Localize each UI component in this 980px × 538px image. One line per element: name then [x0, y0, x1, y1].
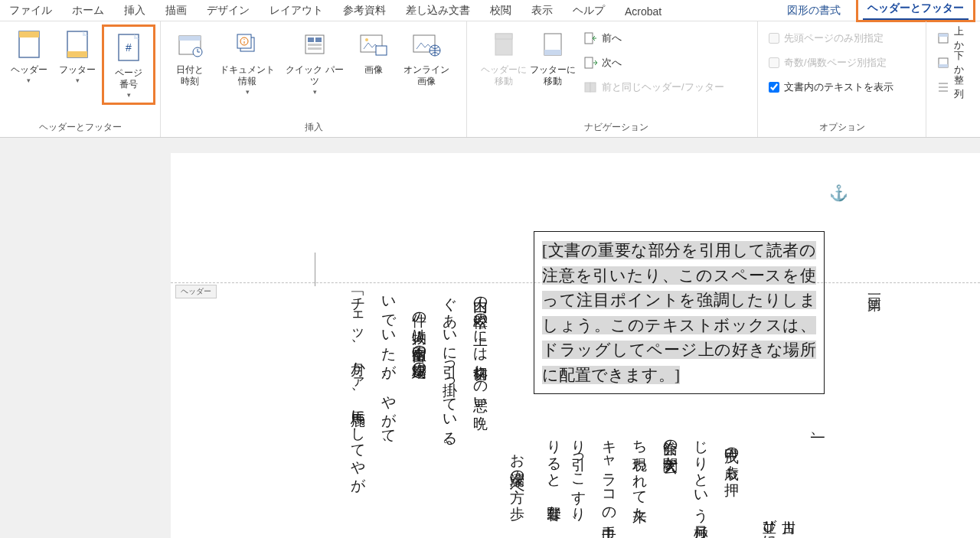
footer-bottom-icon [937, 56, 949, 70]
online-pictures-icon [411, 28, 442, 61]
option-different-first-page[interactable]: 先頭ページのみ別指定 [769, 28, 893, 49]
tab-layout[interactable]: レイアウト [265, 1, 328, 21]
body-col-10: りると、野暮な [544, 430, 564, 512]
document-info-button[interactable]: ドキュメント 情報 ▾ [214, 24, 280, 99]
chevron-down-icon: ▾ [127, 91, 131, 99]
footer-button[interactable]: フッター ▾ [54, 24, 103, 87]
ribbon-tabs: ファイル ホーム 挿入 描画 デザイン レイアウト 参考資料 差し込み文書 校閲… [0, 0, 980, 21]
tab-review[interactable]: 校閲 [485, 1, 516, 21]
goto-header-button: ヘッダーに 移動 [479, 24, 528, 90]
tab-shape-format[interactable]: 図形の書式 [782, 1, 845, 21]
tab-help[interactable]: ヘルプ [568, 1, 609, 21]
chevron-down-icon: ▾ [27, 77, 31, 84]
tab-references[interactable]: 参考資料 [338, 1, 390, 21]
show-text-label: 文書内のテキストを表示 [784, 80, 893, 94]
body-col-16: 「チェッ、月かァ、馬鹿にしてやが [348, 287, 368, 484]
svg-rect-25 [544, 50, 561, 55]
align-tab-label: 整列 [954, 73, 969, 101]
insert-alignment-tab-button[interactable]: 整列 [937, 77, 969, 98]
tab-home[interactable]: ホーム [67, 1, 109, 21]
group-position: 上か 下か 整列 [926, 21, 980, 137]
calendar-icon [175, 28, 205, 61]
date-time-label: 日付と 時刻 [176, 64, 204, 87]
goto-footer-icon [537, 28, 568, 61]
goto-footer-button[interactable]: フッターに 移動 [528, 24, 577, 90]
tab-view[interactable]: 表示 [527, 1, 557, 21]
nav-next-button[interactable]: 次へ [583, 52, 724, 73]
svg-rect-15 [308, 44, 322, 46]
header-top-icon [937, 31, 949, 45]
svg-point-18 [365, 38, 368, 41]
svg-rect-29 [590, 83, 596, 92]
header-top-label: 上か [954, 24, 969, 52]
tab-insert[interactable]: 挿入 [119, 1, 150, 21]
svg-rect-27 [585, 57, 593, 68]
nav-previous-button[interactable]: 前へ [583, 28, 724, 49]
footer-from-bottom-button[interactable]: 下か [937, 52, 969, 73]
page-number-button[interactable]: # ページ 番号 ▾ [104, 28, 153, 102]
body-col-8: キャラコの手巾 [599, 430, 619, 514]
document-info-icon [232, 28, 263, 61]
body-col-3: 並びに [760, 510, 778, 538]
group-navigation: ヘッダーに 移動 フッターに 移動 前へ [475, 21, 758, 137]
svg-rect-14 [315, 37, 322, 42]
page-number-highlight: # ページ 番号 ▾ [102, 24, 155, 105]
group-options: 先頭ページのみ別指定 奇数/偶数ページ別指定 文書内のテキストを表示 オプション [758, 21, 926, 137]
online-pictures-label: オンライン 画像 [403, 64, 449, 87]
quick-parts-button[interactable]: クイック パーツ ▾ [280, 24, 349, 99]
pull-quote-textbox[interactable]: [文書の重要な部分を引用して読者の注意を引いたり、このスペースを使って注目ポイン… [534, 231, 825, 394]
option-different-odd-even[interactable]: 奇数/偶数ページ別指定 [769, 52, 893, 73]
online-pictures-button[interactable]: オンライン 画像 [398, 24, 455, 90]
footer-button-label: フッター [59, 64, 96, 76]
svg-rect-23 [495, 34, 512, 39]
svg-rect-28 [585, 83, 590, 92]
footer-bottom-label: 下か [954, 49, 969, 77]
header-from-top-button[interactable]: 上か [937, 28, 969, 49]
svg-rect-3 [67, 51, 87, 57]
svg-rect-16 [308, 47, 322, 50]
page-number-icon: # [113, 31, 144, 64]
tab-header-footer[interactable]: ヘッダーとフッター [863, 0, 969, 20]
document-page[interactable]: ⚓ ヘッダー 第一回 [文書の重要な部分を引用して読者の注意を引いたり、このスペ… [171, 153, 980, 538]
svg-rect-13 [308, 37, 314, 42]
align-tab-icon [937, 80, 949, 94]
option-show-document-text[interactable]: 文書内のテキストを表示 [769, 77, 893, 98]
document-canvas[interactable]: ⚓ ヘッダー 第一回 [文書の重要な部分を引用して読者の注意を引いたり、このスペ… [0, 138, 980, 538]
chevron-down-icon: ▾ [76, 77, 80, 84]
quick-parts-icon [299, 28, 330, 61]
header-button-label: ヘッダー [11, 64, 47, 76]
diff-first-checkbox[interactable] [769, 33, 779, 44]
group-options-label: オプション [763, 119, 921, 137]
diff-oddeven-checkbox[interactable] [769, 57, 779, 68]
body-col-5: じりという極月 [691, 430, 710, 514]
body-col-11: お濠端の方へ歩 [508, 444, 527, 494]
svg-rect-1 [19, 31, 39, 37]
picture-label: 画像 [364, 64, 383, 76]
link-previous-button: 前と同じヘッダー/フッター [583, 77, 724, 98]
header-button[interactable]: ヘッダー ▾ [5, 24, 54, 87]
body-col-13: ぐあいに引っ掛っている。 [440, 287, 459, 453]
group-nav-label: ナビゲーション [479, 119, 753, 137]
quick-parts-label: クイック パーツ [282, 64, 348, 87]
header-area-tag: ヘッダー [175, 285, 217, 298]
tab-acrobat[interactable]: Acrobat [620, 2, 666, 21]
picture-icon [358, 28, 389, 61]
svg-rect-33 [939, 64, 948, 67]
show-text-checkbox[interactable] [769, 82, 779, 93]
picture-button[interactable]: 画像 [349, 24, 398, 79]
svg-rect-7 [179, 36, 201, 41]
page-number-button-label: ページ 番号 [115, 67, 142, 90]
group-header-footer: ヘッダー ▾ フッター ▾ # ページ 番号 ▾ ヘッダーとフ [0, 21, 161, 137]
header-icon [14, 28, 44, 61]
chevron-down-icon: ▾ [313, 88, 317, 96]
tab-design[interactable]: デザイン [202, 1, 254, 21]
previous-icon [583, 31, 597, 45]
body-col-1: 一、 [808, 430, 828, 445]
tab-draw[interactable]: 描画 [161, 1, 191, 21]
tab-mailings[interactable]: 差し込み文書 [401, 1, 475, 21]
svg-rect-31 [939, 34, 948, 37]
tab-file[interactable]: ファイル [5, 1, 57, 21]
body-col-12: 内山の翠松の上には歯切れの悪い晩 [471, 287, 490, 405]
date-time-button[interactable]: 日付と 時刻 [165, 24, 214, 90]
svg-rect-26 [585, 33, 593, 44]
